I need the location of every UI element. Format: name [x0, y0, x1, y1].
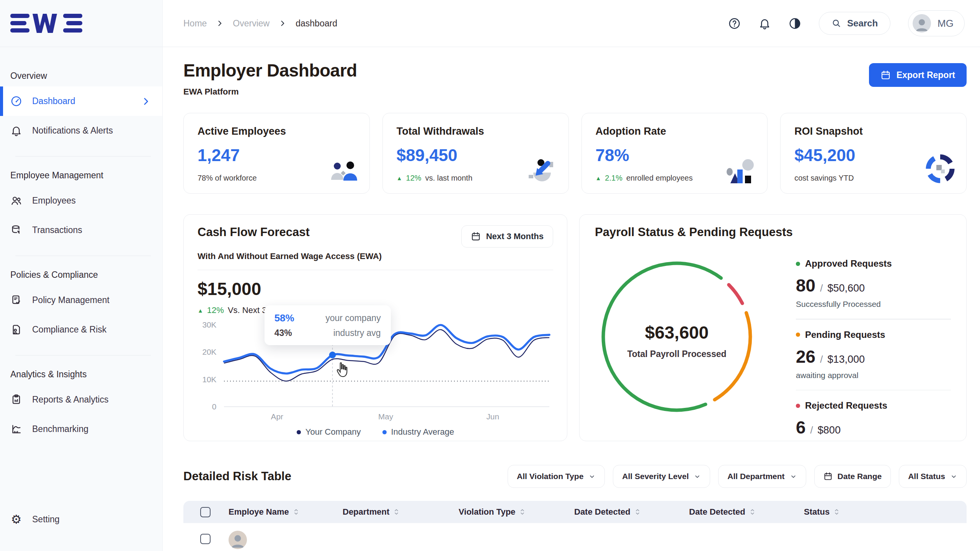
select-all-checkbox[interactable]	[200, 507, 211, 517]
ewa-logo-icon	[10, 13, 82, 34]
total-payroll-value: $63,600	[645, 322, 709, 343]
range-selector-button[interactable]: Next 3 Months	[461, 225, 553, 248]
sort-icon[interactable]	[520, 509, 525, 515]
export-report-label: Export Report	[897, 70, 955, 80]
search-button[interactable]: Search	[819, 12, 890, 35]
sidebar-item-compliance-risk[interactable]: Compliance & Risk	[0, 315, 162, 344]
chevron-down-icon	[694, 473, 701, 480]
sidebar-item-dashboard[interactable]: Dashboard	[0, 86, 162, 116]
approved-subtext: Successfully Processed	[796, 300, 951, 309]
svg-text:20K: 20K	[202, 347, 216, 356]
calendar-icon	[823, 472, 833, 481]
pending-requests-block: Pending Requests 26 / $13,000 awaiting a…	[796, 329, 951, 380]
sidebar-item-benchmarking[interactable]: Benchmarking	[0, 414, 162, 444]
approved-dot	[796, 262, 800, 266]
sidebar-item-policy-management[interactable]: Policy Management	[0, 285, 162, 315]
sort-icon[interactable]	[834, 509, 839, 515]
stat-title: ROI Snapshot	[794, 126, 952, 137]
rejected-requests-block: Rejected Requests 6 / $800 Not Eligible	[796, 400, 951, 441]
breadcrumb-current: dashboard	[296, 18, 337, 29]
sort-icon[interactable]	[750, 509, 755, 515]
column-status[interactable]: Status	[804, 507, 967, 517]
divider	[796, 319, 951, 320]
cashflow-amount: $15,000	[198, 279, 553, 299]
document-person-icon	[10, 324, 22, 336]
breadcrumb-home[interactable]: Home	[183, 18, 207, 29]
sidebar-item-label: Compliance & Risk	[32, 324, 106, 335]
adoption-shapes-icon	[725, 159, 756, 184]
charts-row: Cash Flow Forecast Next 3 Months With An…	[183, 214, 967, 441]
sidebar-item-label: Employees	[32, 196, 76, 206]
chevron-down-icon	[588, 473, 596, 480]
user-initials: MG	[938, 18, 954, 29]
filter-status[interactable]: All Status	[899, 465, 967, 488]
pending-amount: $13,000	[827, 354, 865, 365]
sort-icon[interactable]	[635, 509, 640, 515]
slash: /	[820, 282, 823, 294]
sidebar-item-reports-analytics[interactable]: Reports & Analytics	[0, 385, 162, 414]
theme-toggle-button[interactable]	[789, 17, 801, 30]
svg-text:10K: 10K	[202, 375, 216, 384]
risk-table-title: Detailed Risk Table	[183, 469, 291, 483]
filter-department[interactable]: All Department	[718, 465, 806, 488]
brand-logo[interactable]	[0, 0, 162, 47]
column-department[interactable]: Department	[343, 507, 459, 517]
calendar-icon	[471, 231, 481, 241]
approved-count: 80	[796, 275, 815, 296]
sidebar-item-transactions[interactable]: Transactions	[0, 215, 162, 245]
risk-filters: All Violation Type All Severity Level Al…	[508, 465, 967, 488]
filter-violation-type[interactable]: All Violation Type	[508, 465, 605, 488]
rejected-dot	[796, 404, 800, 408]
tooltip-company-pct: 58%	[274, 312, 294, 324]
approved-requests-block: Approved Requests 80 / $50,600 Successfu…	[796, 258, 951, 309]
notifications-button[interactable]	[758, 17, 771, 30]
bell-icon	[10, 125, 22, 137]
breadcrumb-overview[interactable]: Overview	[233, 18, 270, 29]
people-icon	[329, 160, 359, 184]
trend-value: 12%	[406, 174, 421, 183]
withdrawal-icon	[526, 158, 558, 184]
rejected-count: 6	[796, 417, 806, 438]
export-report-button[interactable]: Export Report	[869, 63, 967, 87]
column-date-detected-2[interactable]: Date Detected	[689, 507, 804, 517]
chevron-down-icon	[950, 473, 957, 480]
table-row[interactable]	[183, 523, 967, 549]
tooltip-company-label: your company	[301, 313, 381, 323]
sidebar-item-label: Setting	[32, 514, 60, 525]
stat-cards-row: Active Employees 1,247 78% of workforce …	[183, 113, 967, 194]
filter-severity-level[interactable]: All Severity Level	[613, 465, 710, 488]
approved-amount: $50,600	[827, 282, 865, 294]
sidebar-item-employees[interactable]: Employees	[0, 186, 162, 215]
top-bar: Home Overview dashboard Search MG	[163, 0, 980, 47]
sidebar-item-setting[interactable]: ⚙ Setting	[10, 505, 152, 534]
user-menu[interactable]: MG	[908, 10, 965, 36]
sort-icon[interactable]	[294, 509, 299, 515]
gear-icon: ⚙	[10, 514, 22, 525]
calendar-icon	[880, 70, 891, 80]
sidebar-item-notifications[interactable]: Notifications & Alerts	[0, 116, 162, 145]
sort-icon[interactable]	[394, 509, 399, 515]
row-checkbox[interactable]	[200, 534, 211, 544]
sidebar-item-label: Notifications & Alerts	[32, 126, 113, 136]
column-date-detected-1[interactable]: Date Detected	[574, 507, 689, 517]
sidebar-nav: Overview Dashboard Notifications & Alert…	[0, 47, 162, 551]
column-employee-name[interactable]: Employe Name	[229, 507, 343, 517]
hand-cursor-icon	[334, 361, 350, 378]
cashflow-chart[interactable]: 010K20K30KAprMayJun 58% your company 43%…	[198, 318, 553, 422]
roi-ring-icon	[925, 153, 956, 184]
search-label: Search	[847, 18, 878, 29]
cashflow-card: Cash Flow Forecast Next 3 Months With An…	[183, 214, 567, 441]
stat-card-active-employees: Active Employees 1,247 78% of workforce	[183, 113, 370, 194]
legend-dot	[297, 430, 301, 434]
main-area: Home Overview dashboard Search MG	[163, 0, 980, 551]
rejected-amount: $800	[818, 424, 841, 436]
column-violation-type[interactable]: Violation Type	[459, 507, 574, 517]
sidebar-section-analytics: Analytics & Insights	[0, 355, 162, 385]
chevron-right-icon	[216, 20, 224, 27]
pending-dot	[796, 333, 800, 337]
filter-date-range[interactable]: Date Range	[814, 465, 891, 488]
chart-tooltip: 58% your company 43% industry avg	[265, 305, 391, 345]
stat-card-roi-snapshot: ROI Snapshot $45,200 cost savings YTD	[780, 113, 967, 194]
dashboard-icon	[10, 95, 22, 107]
help-button[interactable]	[728, 17, 741, 30]
